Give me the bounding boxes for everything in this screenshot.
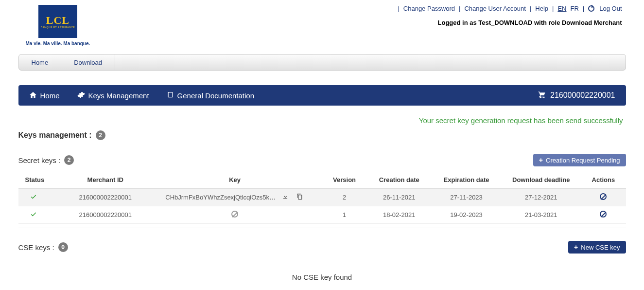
download-icon[interactable] <box>282 193 289 201</box>
cell-key: CHbJrmFxBoYWhzZsexjQtlcqiOzs5k… <box>165 194 276 201</box>
copy-icon[interactable] <box>296 193 303 201</box>
logout-link[interactable]: Log Out <box>599 5 622 12</box>
cell-expiration-date: 27-11-2023 <box>432 189 501 206</box>
secret-keys-count: 2 <box>64 155 74 165</box>
status-ok-icon <box>30 212 37 219</box>
new-cse-key-label: New CSE key <box>581 244 620 251</box>
creation-request-pending-button[interactable]: + Creation Request Pending <box>533 154 626 166</box>
logo-block: LCL BANQUE ET ASSURANCE Ma vie. Ma ville… <box>26 5 90 46</box>
cell-expiration-date: 19-02-2023 <box>432 206 501 224</box>
change-user-link[interactable]: Change User Account <box>464 5 525 12</box>
key-cell: CHbJrmFxBoYWhzZsexjQtlcqiOzs5k… <box>152 193 318 201</box>
cell-download-deadline: 27-12-2021 <box>501 189 581 206</box>
lang-en-link[interactable]: EN <box>557 5 566 12</box>
creation-pending-label: Creation Request Pending <box>546 157 620 164</box>
logo-subtext: BANQUE ET ASSURANCE <box>41 26 75 29</box>
secret-keys-label: Secret keys : <box>18 156 61 164</box>
cse-keys-count: 0 <box>58 242 68 252</box>
tab-download[interactable]: Download <box>61 54 115 70</box>
cell-version: 1 <box>322 206 366 224</box>
cell-creation-date: 26-11-2021 <box>367 189 432 206</box>
revoke-icon[interactable] <box>600 211 607 218</box>
nav-home[interactable]: Home <box>29 91 60 100</box>
tabbar: Home Download <box>18 54 626 71</box>
secret-keys-table: Status Merchant ID Key Version Creation … <box>18 171 626 224</box>
cart-icon <box>538 91 546 101</box>
navy-nav: Home Keys Management General Documentati… <box>18 85 626 106</box>
cell-merchant-id: 216000002220001 <box>63 189 148 206</box>
separator: | <box>583 5 584 12</box>
secret-keys-header: Secret keys : 2 + Creation Request Pendi… <box>18 154 626 166</box>
gear-icon <box>77 91 85 100</box>
cse-keys-title: CSE keys : 0 <box>18 242 68 252</box>
nav-docs-label: General Documentation <box>177 91 254 100</box>
cse-keys-header: CSE keys : 0 + New CSE key <box>18 241 626 254</box>
no-cse-message: No CSE key found <box>18 273 626 281</box>
th-status: Status <box>18 171 63 189</box>
logo: LCL BANQUE ET ASSURANCE <box>38 5 77 38</box>
success-message: Your secret key generation request has b… <box>18 116 626 125</box>
cell-version: 2 <box>322 189 366 206</box>
help-link[interactable]: Help <box>535 5 548 12</box>
navy-nav-left: Home Keys Management General Documentati… <box>29 91 255 100</box>
plus-icon: + <box>574 243 578 251</box>
lang-fr-link[interactable]: FR <box>571 5 579 12</box>
cell-download-deadline: 21-03-2021 <box>501 206 581 224</box>
secret-keys-title: Secret keys : 2 <box>18 155 74 165</box>
book-icon <box>167 91 174 100</box>
th-key: Key <box>148 171 322 189</box>
nav-merchant[interactable]: 216000002220001 <box>538 91 615 101</box>
separator: | <box>552 5 554 12</box>
nav-keys-label: Keys Management <box>88 91 149 100</box>
cse-keys-label: CSE keys : <box>18 243 54 252</box>
separator: | <box>459 5 460 12</box>
no-key-icon <box>231 211 238 218</box>
top-header: LCL BANQUE ET ASSURANCE Ma vie. Ma ville… <box>18 0 626 51</box>
divider <box>18 228 626 228</box>
tab-home[interactable]: Home <box>19 54 62 70</box>
cell-creation-date: 18-02-2021 <box>367 206 432 224</box>
separator: | <box>530 5 531 12</box>
th-creation-date: Creation date <box>367 171 432 189</box>
table-row: 216000002220001 1 18-02-2021 19-02-2023 … <box>18 206 626 224</box>
keys-management-label: Keys management : <box>18 131 92 140</box>
keys-management-count: 2 <box>96 130 105 140</box>
top-right: | Change Password | Change User Account … <box>398 5 626 26</box>
new-cse-key-button[interactable]: + New CSE key <box>568 241 626 254</box>
th-actions: Actions <box>581 171 626 189</box>
revoke-icon[interactable] <box>600 193 607 200</box>
logo-tagline: Ma vie. Ma ville. Ma banque. <box>26 41 90 46</box>
home-icon <box>29 91 37 100</box>
th-version: Version <box>322 171 366 189</box>
table-row: 216000002220001 CHbJrmFxBoYWhzZsexjQtlcq… <box>18 189 626 206</box>
nav-general-docs[interactable]: General Documentation <box>167 91 254 100</box>
change-password-link[interactable]: Change Password <box>403 5 455 12</box>
top-links: | Change Password | Change User Account … <box>398 5 622 12</box>
keys-management-title: Keys management : 2 <box>18 130 626 140</box>
cell-merchant-id: 216000002220001 <box>63 206 148 224</box>
nav-keys-management[interactable]: Keys Management <box>77 91 149 100</box>
th-download-deadline: Download deadline <box>501 171 581 189</box>
power-icon <box>588 5 594 12</box>
th-merchant-id: Merchant ID <box>63 171 148 189</box>
th-expiration-date: Expiration date <box>432 171 501 189</box>
status-ok-icon <box>30 194 37 201</box>
separator: | <box>398 5 399 12</box>
nav-home-label: Home <box>40 91 60 100</box>
plus-icon: + <box>539 156 543 164</box>
nav-merchant-id: 216000002220001 <box>550 91 615 100</box>
logged-in-text: Logged in as Test_DOWNLOAD with role Dow… <box>438 19 622 26</box>
logo-text: LCL <box>46 14 70 27</box>
